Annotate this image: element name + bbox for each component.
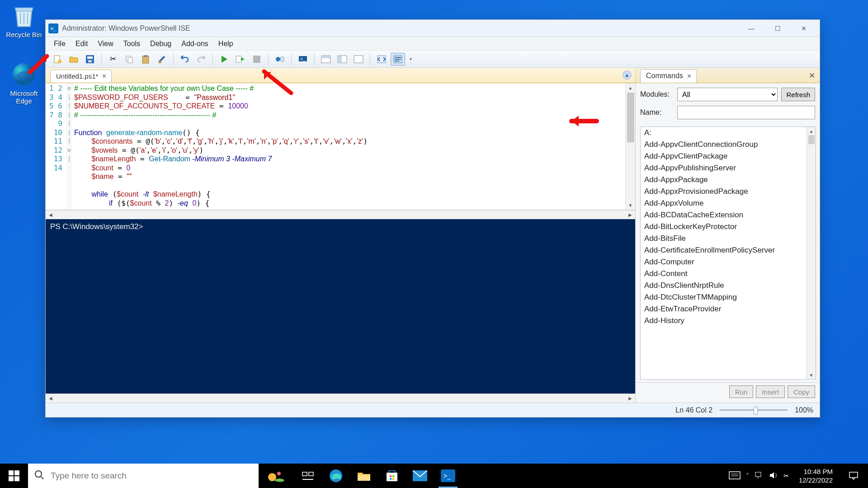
notifications-icon[interactable] [843, 464, 864, 488]
taskbar-clock[interactable]: 10:48 PM 12/22/2022 [794, 467, 837, 485]
redo-icon[interactable] [194, 53, 208, 66]
save-icon[interactable] [83, 53, 97, 66]
taskbar-edge-icon[interactable] [322, 464, 350, 488]
command-item[interactable]: Add-DtcClusterTMMapping [641, 291, 816, 303]
scroll-left-icon[interactable]: ◀ [46, 211, 56, 219]
paste-icon[interactable] [138, 53, 153, 66]
start-button[interactable] [0, 464, 28, 488]
console-pane[interactable]: PS C:\Windows\system32> [46, 219, 635, 394]
command-item[interactable]: Add-History [641, 315, 816, 327]
run-script-icon[interactable] [217, 53, 231, 66]
editor-vscrollbar[interactable]: ▲ ▼ [625, 83, 635, 210]
copy-icon[interactable] [122, 53, 137, 66]
titlebar[interactable]: >_ Administrator: Windows PowerShell ISE… [46, 20, 820, 37]
command-item[interactable]: Add-BitsFile [641, 233, 816, 244]
scroll-down-icon[interactable]: ▼ [626, 201, 635, 210]
layout-side-icon[interactable] [335, 53, 349, 66]
code-area[interactable]: # ----- Edit these Variables for your ow… [72, 83, 635, 210]
command-item[interactable]: Add-DnsClientNrptRule [641, 280, 816, 291]
command-item[interactable]: Add-AppvClientPackage [641, 150, 816, 162]
command-item[interactable]: Add-AppxProvisionedPackage [641, 186, 816, 197]
undo-icon[interactable] [178, 53, 192, 66]
command-item[interactable]: Add-BCDataCacheExtension [641, 209, 816, 221]
close-icon[interactable]: ✕ [102, 73, 107, 80]
command-item[interactable]: A: [641, 127, 816, 139]
modules-select[interactable]: All [677, 88, 778, 101]
close-pane-icon[interactable]: ✕ [809, 71, 815, 80]
menu-tools[interactable]: Tools [119, 38, 145, 50]
command-item[interactable]: Add-CertificateEnrollmentPolicyServer [641, 244, 816, 256]
desktop-icon-label: Microsoft Edge [4, 89, 44, 105]
clear-icon[interactable] [155, 53, 169, 66]
show-script-icon[interactable] [374, 53, 389, 66]
taskbar-explorer-icon[interactable] [350, 464, 378, 488]
taskbar-powershell-icon[interactable]: >_ [434, 464, 462, 488]
fold-gutter[interactable]: ⊟ │ │ │ │ │ │ ⊟ │ [66, 83, 72, 210]
maximize-button[interactable]: ☐ [764, 20, 791, 37]
desktop-recycle-bin[interactable]: Recycle Bin [4, 3, 44, 38]
copy-button[interactable]: Copy [788, 385, 815, 398]
scroll-right-icon[interactable]: ▶ [625, 211, 635, 219]
taskbar-mail-icon[interactable] [406, 464, 434, 488]
command-item[interactable]: Add-EtwTraceProvider [641, 303, 816, 315]
cut-icon[interactable]: ✂ [106, 53, 120, 66]
svg-rect-24 [395, 61, 399, 61]
script-editor[interactable]: 1 2 3 4 5 6 7 8 9 10 11 12 13 14 ⊟ │ │ │… [46, 83, 635, 210]
scroll-thumb[interactable] [808, 135, 815, 144]
editor-hscrollbar[interactable]: ◀ ▶ [46, 210, 635, 219]
toolbar-overflow-icon[interactable]: ▾ [407, 53, 414, 66]
commands-tab[interactable]: Commands ✕ [640, 69, 697, 83]
scroll-up-icon[interactable]: ▲ [626, 83, 635, 92]
menu-addons[interactable]: Add-ons [177, 38, 213, 50]
script-tab[interactable]: Untitled1.ps1* ✕ [50, 70, 112, 83]
show-commands-icon[interactable] [391, 53, 405, 66]
command-item[interactable]: Add-AppxVolume [641, 197, 816, 209]
command-item[interactable]: Add-AppvClientConnectionGroup [641, 139, 816, 150]
open-file-icon[interactable] [66, 53, 81, 66]
breakpoint-icon[interactable] [273, 53, 287, 66]
menu-debug[interactable]: Debug [146, 38, 176, 50]
zoom-slider[interactable] [720, 409, 788, 412]
layout-top-icon[interactable] [319, 53, 333, 66]
tray-chevron-icon[interactable]: ˄ [746, 472, 749, 479]
name-filter-input[interactable] [677, 106, 815, 119]
taskbar-search[interactable] [28, 464, 259, 488]
command-item[interactable]: Add-BitLockerKeyProtector [641, 221, 816, 233]
command-item[interactable]: Add-AppvPublishingServer [641, 162, 816, 174]
stop-icon[interactable] [250, 53, 264, 66]
refresh-button[interactable]: Refresh [781, 88, 815, 101]
menu-help[interactable]: Help [214, 38, 238, 50]
run-selection-icon[interactable] [233, 53, 248, 66]
commands-list[interactable]: A:Add-AppvClientConnectionGroupAdd-AppvC… [640, 127, 816, 380]
close-icon[interactable]: ✕ [687, 73, 692, 80]
volume-icon[interactable] [769, 471, 778, 481]
menu-edit[interactable]: Edit [71, 38, 93, 50]
scroll-left-icon[interactable]: ◀ [46, 394, 56, 403]
run-button[interactable]: Run [729, 385, 754, 398]
task-view-icon[interactable] [294, 464, 322, 488]
system-tray[interactable]: ˄ ✂ 10:48 PM 12/22/2022 [725, 464, 868, 488]
command-item[interactable]: Add-AppxPackage [641, 174, 816, 186]
scroll-right-icon[interactable]: ▶ [625, 394, 635, 403]
widgets-button[interactable] [259, 464, 294, 488]
layout-full-icon[interactable] [351, 53, 366, 66]
minimize-button[interactable]: — [738, 20, 764, 37]
keyboard-icon[interactable] [729, 471, 741, 481]
taskbar-store-icon[interactable] [378, 464, 406, 488]
console-hscrollbar[interactable]: ◀ ▶ [46, 394, 635, 403]
remote-icon[interactable]: >_ [296, 53, 310, 66]
search-input[interactable] [51, 471, 252, 481]
collapse-script-icon[interactable]: ▲ [623, 70, 632, 80]
network-icon[interactable] [755, 471, 764, 481]
scroll-down-icon[interactable]: ▼ [807, 371, 816, 379]
scroll-thumb[interactable] [627, 93, 634, 142]
list-vscrollbar[interactable]: ▲ ▼ [807, 127, 816, 379]
close-button[interactable]: ✕ [791, 20, 817, 37]
command-item[interactable]: Add-Content [641, 268, 816, 280]
menu-view[interactable]: View [93, 38, 118, 50]
menu-file[interactable]: File [49, 38, 70, 50]
command-item[interactable]: Add-Computer [641, 256, 816, 268]
insert-button[interactable]: Insert [756, 385, 785, 398]
scroll-up-icon[interactable]: ▲ [807, 127, 816, 135]
snip-icon[interactable]: ✂ [783, 472, 789, 479]
